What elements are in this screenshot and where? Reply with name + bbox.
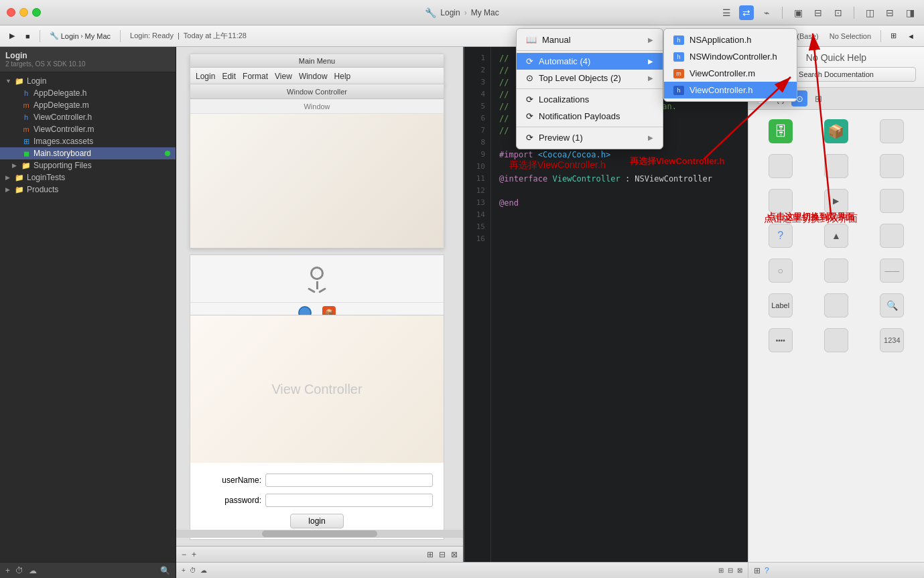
- tab-circle[interactable]: ⊙: [791, 90, 807, 106]
- obj-item-1[interactable]: 🗄: [754, 115, 807, 147]
- manual-menu-title[interactable]: 📖 Manual ▶: [517, 31, 663, 48]
- settings-icon[interactable]: ☁: [29, 566, 37, 575]
- search-icon[interactable]: 🔍: [160, 566, 170, 575]
- obj-item-password[interactable]: ••••: [754, 324, 807, 356]
- zoom-out-icon[interactable]: −: [182, 550, 186, 559]
- add-file-icon[interactable]: +: [5, 566, 10, 575]
- sidebar-item-logintests[interactable]: ▶ 📁 LoginTests: [0, 171, 176, 184]
- filter-icon[interactable]: ⏱: [15, 566, 23, 575]
- jump-bar-btn[interactable]: ⌁: [759, 5, 774, 20]
- version-editor-btn[interactable]: ⊡: [831, 5, 846, 20]
- search-documentation-btn[interactable]: Search Documentation: [756, 67, 916, 82]
- sidebar-item-viewcontroller-h[interactable]: h ViewController.h: [0, 111, 176, 123]
- nav-btn-4[interactable]: ⊕: [721, 30, 735, 42]
- menu-login[interactable]: Login: [196, 72, 215, 81]
- menu-localizations[interactable]: ⟳ Localizations: [517, 91, 663, 108]
- assistant-editor-btn[interactable]: ⊟: [811, 5, 826, 20]
- help-icon[interactable]: ?: [765, 566, 769, 575]
- obj-item-13[interactable]: ○: [754, 255, 807, 287]
- related-files-btn[interactable]: ⇄: [739, 5, 754, 20]
- sidebar-item-viewcontroller-m[interactable]: m ViewController.m: [0, 123, 176, 135]
- layout-toggle-2[interactable]: ⊟: [728, 567, 733, 574]
- tab-file[interactable]: 📄: [754, 90, 770, 106]
- run-btn[interactable]: ▶: [5, 30, 19, 42]
- zoom-in-icon[interactable]: +: [192, 550, 196, 559]
- hide-debug-btn[interactable]: ⊟: [882, 5, 897, 20]
- cloud-icon[interactable]: ☁: [200, 567, 207, 574]
- sidebar-item-login-group[interactable]: ▼ 📁 Login: [0, 75, 176, 87]
- menu-window[interactable]: Window: [299, 72, 328, 81]
- sidebar-toggle-btn[interactable]: ☰: [719, 5, 734, 20]
- close-button[interactable]: [7, 8, 15, 17]
- layout-btn[interactable]: ⊞: [886, 30, 901, 42]
- obj-item-14[interactable]: [809, 255, 862, 287]
- menu-format[interactable]: Format: [243, 72, 268, 81]
- split-btn[interactable]: ◄: [903, 31, 919, 42]
- obj-item-secure[interactable]: [809, 324, 862, 356]
- menu-edit[interactable]: Edit: [222, 72, 236, 81]
- layout-toggle-1[interactable]: ⊞: [718, 567, 724, 574]
- layout-icon-3[interactable]: ⊠: [451, 550, 458, 559]
- vc-content-area: View Controller: [190, 315, 444, 463]
- obj-item-label[interactable]: Label: [754, 289, 807, 321]
- scheme-selector[interactable]: 🔧 Login › My Mac: [46, 30, 115, 42]
- obj-item-2[interactable]: 📦: [809, 115, 862, 147]
- standard-editor-btn[interactable]: ▣: [791, 5, 805, 20]
- username-input[interactable]: [265, 474, 433, 487]
- expand-icon: ▶: [5, 186, 12, 193]
- menu-help[interactable]: Help: [334, 72, 351, 81]
- assets-icon: ⊞: [21, 137, 31, 146]
- automatic-label: Automatic (4): [539, 56, 590, 66]
- gray-box-4: [880, 154, 904, 178]
- clock-icon[interactable]: ⏱: [190, 567, 196, 574]
- obj-item-search[interactable]: 🔍: [866, 289, 919, 321]
- menu-top-level[interactable]: ⊙ Top Level Objects (2) ▶: [517, 70, 663, 86]
- sidebar-item-supporting-files[interactable]: ▶ 📁 Supporting Files: [0, 159, 176, 171]
- traffic-lights: [7, 8, 41, 17]
- login-button[interactable]: login: [290, 514, 344, 528]
- hide-navigator-btn[interactable]: ◫: [862, 5, 877, 20]
- minimize-button[interactable]: [19, 8, 28, 17]
- preview-arrow: ▶: [648, 134, 653, 141]
- manual-menu[interactable]: 📖 Manual ▶ ⟳ Automatic (4) ▶ ⊙ Top Level…: [516, 28, 663, 149]
- obj-item-9[interactable]: [866, 185, 919, 217]
- obj-item-stepper[interactable]: 1234: [866, 324, 919, 356]
- expand-icon: ▶: [5, 174, 12, 181]
- obj-item-10[interactable]: ?: [754, 220, 807, 252]
- nav-btn-3[interactable]: ⊕: [704, 30, 718, 42]
- sidebar-item-main-storyboard[interactable]: ◼ Main.storyboard: [0, 147, 176, 159]
- menu-preview[interactable]: ⟳ Preview (1) ▶: [517, 129, 663, 146]
- add-icon[interactable]: +: [182, 567, 186, 574]
- layout-icon-1[interactable]: ⊞: [427, 550, 434, 559]
- obj-item-4[interactable]: [754, 150, 807, 182]
- maximize-button[interactable]: [32, 8, 41, 17]
- layout-toggle-3[interactable]: ⊠: [737, 567, 742, 574]
- obj-item-15[interactable]: ——: [866, 255, 919, 287]
- tab-code[interactable]: { }: [773, 90, 789, 106]
- hide-utilities-btn[interactable]: ◨: [903, 5, 917, 20]
- sidebar-item-appdelegate-m[interactable]: m AppDelegate.m: [0, 99, 176, 111]
- obj-item-8[interactable]: ▶: [809, 185, 862, 217]
- grid-view-icon[interactable]: ⊞: [754, 566, 761, 575]
- sidebar-item-images[interactable]: ⊞ Images.xcassets: [0, 135, 176, 147]
- layout-icon-2[interactable]: ⊟: [439, 550, 446, 559]
- storyboard-canvas[interactable]: Main Menu Login Edit Format View Window …: [176, 47, 463, 546]
- tab-grid[interactable]: ⊞: [810, 90, 826, 106]
- obj-item-3[interactable]: [866, 115, 919, 147]
- password-input[interactable]: [265, 494, 433, 507]
- sidebar-item-products[interactable]: ▶ 📁 Products: [0, 184, 176, 196]
- menu-automatic[interactable]: ⟳ Automatic (4) ▶: [517, 53, 663, 70]
- menu-notification[interactable]: ⟳ Notification Payloads: [517, 108, 663, 125]
- obj-item-11[interactable]: ▲: [809, 220, 862, 252]
- obj-item-textfield[interactable]: [809, 289, 862, 321]
- sidebar-item-appdelegate-h[interactable]: h AppDelegate.h: [0, 87, 176, 99]
- obj-item-7[interactable]: [754, 185, 807, 217]
- storyboard-scrollbar[interactable]: [176, 530, 463, 538]
- obj-item-5[interactable]: [809, 150, 862, 182]
- scrollbar-thumb[interactable]: [262, 530, 377, 537]
- obj-item-6[interactable]: [866, 150, 919, 182]
- sidebar-item-label: ViewController.h: [34, 113, 92, 122]
- obj-item-12[interactable]: [866, 220, 919, 252]
- menu-view[interactable]: View: [275, 72, 292, 81]
- stop-btn[interactable]: ■: [21, 31, 34, 42]
